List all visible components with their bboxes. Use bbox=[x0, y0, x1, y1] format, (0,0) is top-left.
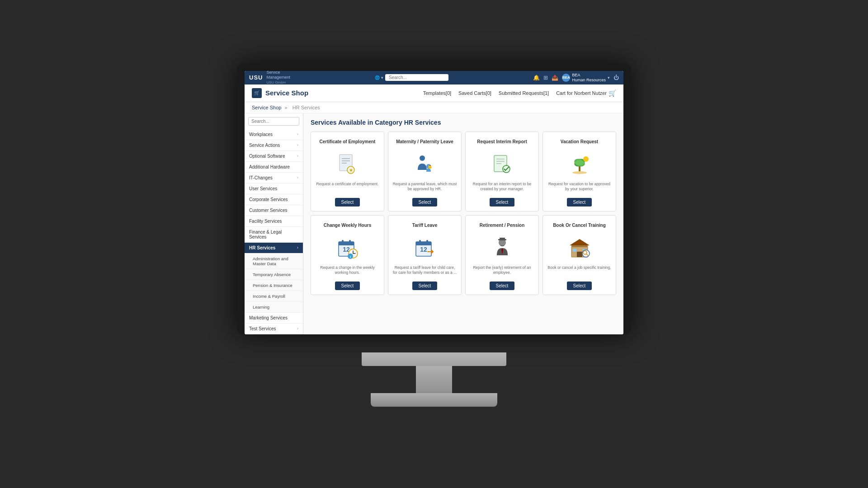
user-label: BEAHuman Resources bbox=[572, 73, 606, 83]
svg-point-6 bbox=[420, 155, 425, 161]
select-button-retirement[interactable]: Select bbox=[490, 282, 515, 290]
sidebar-subitem-learning[interactable]: Learning bbox=[245, 302, 303, 313]
service-icon-cert: ★ bbox=[334, 151, 361, 178]
select-button-weekly-hours[interactable]: Select bbox=[335, 282, 360, 290]
monitor-stand-neck bbox=[416, 366, 452, 393]
sidebar-item-hr-services[interactable]: HR Services › bbox=[245, 243, 303, 253]
grid-icon[interactable]: ⊞ bbox=[543, 75, 548, 81]
sidebar-item-additional-hardware[interactable]: Additional Hardware bbox=[245, 162, 303, 173]
sidebar-item-user-services[interactable]: User Services bbox=[245, 183, 303, 194]
sidebar-item-facility-services[interactable]: Facility Services bbox=[245, 216, 303, 227]
submitted-requests-link[interactable]: Submitted Requests[1] bbox=[499, 90, 549, 96]
chevron-right-icon: › bbox=[297, 154, 298, 158]
svg-point-19 bbox=[572, 171, 587, 174]
export-icon[interactable]: 📤 bbox=[552, 75, 558, 81]
chevron-right-icon: › bbox=[297, 143, 298, 147]
select-button-tariff[interactable]: Select bbox=[412, 282, 438, 290]
sidebar-item-test-services[interactable]: Test Services › bbox=[245, 324, 303, 334]
service-card-title: Tariff Leave bbox=[412, 220, 437, 231]
svg-rect-23 bbox=[342, 240, 344, 244]
service-desc: Book or cancel a job specific training. bbox=[547, 265, 611, 278]
logo-service: ServiceManagementUSU GmbH bbox=[266, 71, 290, 85]
service-card-tariff-leave: Tariff Leave 12 bbox=[388, 215, 462, 295]
service-icon-interim bbox=[489, 151, 516, 178]
sidebar-search-input[interactable] bbox=[248, 117, 299, 126]
service-card-title: Certificate of Employment bbox=[320, 136, 376, 147]
breadcrumb-current: HR Services bbox=[292, 105, 320, 110]
sidebar: Workplaces › Service Actions › Optional … bbox=[245, 113, 303, 334]
service-grid: Certificate of Employment ★ bbox=[311, 131, 616, 295]
service-card-title: Book Or Cancel Training bbox=[553, 220, 606, 231]
select-button-vacation[interactable]: Select bbox=[567, 198, 592, 206]
service-desc: Request a certificate of employment. bbox=[316, 182, 379, 194]
sidebar-item-marketing-services[interactable]: Marketing Services bbox=[245, 313, 303, 324]
svg-text:i: i bbox=[349, 255, 350, 259]
service-card-weekly-hours: Change Weekly Hours bbox=[311, 215, 384, 295]
svg-rect-35 bbox=[426, 240, 428, 244]
svg-rect-34 bbox=[419, 240, 421, 244]
saved-carts-link[interactable]: Saved Carts[0] bbox=[458, 90, 491, 96]
service-desc: Request for an interim report to be crea… bbox=[469, 182, 535, 194]
select-button-cert[interactable]: Select bbox=[335, 198, 360, 206]
sidebar-subitem-temporary-absence[interactable]: Temporary Absence bbox=[245, 269, 303, 280]
sidebar-item-finance-legal[interactable]: Finance & Legal Services bbox=[245, 227, 303, 243]
breadcrumb-separator: » bbox=[285, 105, 288, 110]
locale-selector[interactable]: 🌐 ▾ bbox=[375, 75, 383, 80]
cart-button[interactable]: Cart for Norbert Nutzer 🛒 bbox=[556, 89, 616, 97]
main-layout: Workplaces › Service Actions › Optional … bbox=[245, 113, 623, 334]
service-card-title: Retirement / Pension bbox=[480, 220, 524, 231]
service-icon-training bbox=[566, 235, 593, 262]
chevron-right-icon: › bbox=[297, 326, 298, 331]
sidebar-item-customer-services[interactable]: Customer Services bbox=[245, 205, 303, 216]
app-header: 🛒 Service Shop Templates[0] Saved Carts[… bbox=[245, 84, 623, 102]
svg-rect-45 bbox=[573, 249, 576, 252]
service-shop-icon: 🛒 bbox=[252, 88, 262, 98]
logo-usu: USU bbox=[249, 74, 263, 81]
svg-point-17 bbox=[575, 160, 584, 165]
svg-rect-44 bbox=[577, 252, 582, 257]
app-title: 🛒 Service Shop bbox=[252, 88, 308, 98]
service-card-training: Book Or Cancel Training bbox=[542, 215, 616, 295]
service-card-title: Vacation Request bbox=[561, 136, 598, 147]
service-icon-retirement bbox=[489, 235, 516, 262]
svg-marker-43 bbox=[570, 239, 590, 245]
templates-link[interactable]: Templates[0] bbox=[423, 90, 451, 96]
service-desc: Request for vacation to be approved by y… bbox=[547, 182, 612, 194]
select-button-training[interactable]: Select bbox=[567, 282, 592, 290]
service-card-interim: Request Interim Report bbox=[465, 131, 539, 211]
notifications-icon[interactable]: 🔔 bbox=[533, 75, 540, 81]
breadcrumb-root[interactable]: Service Shop bbox=[252, 105, 281, 110]
service-card-title: Maternity / Paternity Leave bbox=[396, 136, 453, 147]
svg-text:👶: 👶 bbox=[428, 164, 432, 169]
service-desc: Request a change in the weekly working h… bbox=[315, 265, 380, 278]
sidebar-item-service-actions[interactable]: Service Actions › bbox=[245, 140, 303, 151]
select-button-maternity[interactable]: Select bbox=[412, 198, 438, 206]
topbar-search[interactable] bbox=[385, 74, 448, 81]
sidebar-subitem-income-payroll[interactable]: Income & Payroll bbox=[245, 291, 303, 302]
service-desc: Request a tariff leave for child care, f… bbox=[392, 265, 458, 278]
sidebar-item-workplaces[interactable]: Workplaces › bbox=[245, 129, 303, 140]
sidebar-item-optional-software[interactable]: Optional Software › bbox=[245, 151, 303, 162]
svg-text:★: ★ bbox=[349, 168, 353, 173]
topbar: USU ServiceManagementUSU GmbH 🌐 ▾ 🔔 ⊞ 📤 … bbox=[245, 71, 623, 84]
svg-text:12: 12 bbox=[420, 246, 427, 253]
monitor-stand-base bbox=[371, 393, 497, 407]
user-info[interactable]: BEA BEAHuman Resources ▾ bbox=[562, 73, 610, 83]
user-dropdown-icon[interactable]: ▾ bbox=[608, 75, 610, 80]
select-button-interim[interactable]: Select bbox=[490, 198, 515, 206]
service-card-vacation: Vacation Request bbox=[542, 131, 616, 211]
service-icon-maternity: 👶 bbox=[411, 151, 439, 178]
service-card-title: Request Interim Report bbox=[477, 136, 527, 147]
logout-icon[interactable]: ⏻ bbox=[613, 75, 619, 81]
sidebar-item-it-changes[interactable]: IT-Changes › bbox=[245, 173, 303, 183]
sidebar-subitem-admin-master[interactable]: Administration and Master Data bbox=[245, 253, 303, 269]
service-card-title: Change Weekly Hours bbox=[324, 220, 371, 231]
service-card-retirement: Retirement / Pension bbox=[465, 215, 539, 295]
svg-rect-24 bbox=[349, 240, 351, 244]
sidebar-item-corporate-services[interactable]: Corporate Services bbox=[245, 194, 303, 205]
svg-point-18 bbox=[583, 156, 589, 162]
sidebar-subitem-pension-insurance[interactable]: Pension & Insurance bbox=[245, 280, 303, 291]
sidebar-search-container bbox=[245, 113, 303, 129]
avatar: BEA bbox=[562, 74, 570, 82]
service-icon-tariff: 12 bbox=[411, 235, 439, 262]
